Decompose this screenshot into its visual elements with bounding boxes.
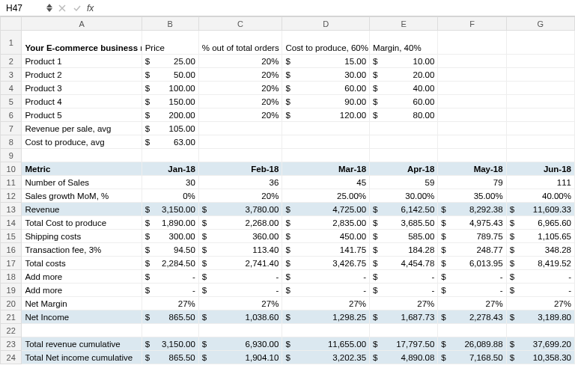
cell-G16[interactable]: $348.28 (506, 243, 574, 257)
cell-A16[interactable]: Transaction fee, 3% (22, 243, 142, 257)
cell-C15[interactable]: $360.00 (198, 230, 282, 243)
cell-G17[interactable]: $8,419.52 (506, 257, 574, 270)
c[interactable] (198, 324, 282, 337)
cell-E5[interactable]: $60.00 (370, 95, 438, 108)
cell-D12[interactable]: 25.00% (282, 189, 370, 203)
cell-E18[interactable]: $- (370, 270, 438, 284)
row-header-24[interactable]: 24 (1, 351, 22, 364)
cell-F24[interactable]: $7,168.50 (438, 351, 506, 364)
cell-C13[interactable]: $3,780.00 (198, 203, 282, 216)
c[interactable] (438, 149, 506, 162)
row-header-3[interactable]: 3 (1, 68, 22, 82)
cell-B3[interactable]: $50.00 (142, 68, 198, 82)
cell-A20[interactable]: Net Margin (22, 297, 142, 310)
cell-D14[interactable]: $2,835.00 (282, 216, 370, 230)
cell-D11[interactable]: 45 (282, 176, 370, 189)
c[interactable] (198, 149, 282, 162)
cell-F4[interactable] (438, 82, 506, 95)
cell-D24[interactable]: $3,202.35 (282, 351, 370, 364)
cell-F6[interactable] (438, 108, 506, 122)
cell-F23[interactable]: $26,089.88 (438, 337, 506, 351)
cell-A8[interactable]: Cost to produce, avg (22, 135, 142, 149)
cell-D21[interactable]: $1,298.25 (282, 310, 370, 324)
cell-D6[interactable]: $120.00 (282, 108, 370, 122)
cell-B24[interactable]: $865.50 (142, 351, 198, 364)
c[interactable] (506, 122, 574, 135)
c[interactable] (22, 149, 142, 162)
cell-G14[interactable]: $6,965.60 (506, 216, 574, 230)
select-all-corner[interactable] (1, 17, 22, 31)
cell-A18[interactable]: Add more (22, 270, 142, 284)
chevron-down-icon[interactable] (46, 8, 52, 12)
cell-E2[interactable]: $10.00 (370, 55, 438, 68)
cell-E6[interactable]: $80.00 (370, 108, 438, 122)
cell-E10[interactable]: Apr-18 (370, 162, 438, 176)
row-header-12[interactable]: 12 (1, 189, 22, 203)
cell-F2[interactable] (438, 55, 506, 68)
cell-F12[interactable]: 35.00% (438, 189, 506, 203)
cell-B8[interactable]: $63.00 (142, 135, 198, 149)
cell-B7[interactable]: $105.00 (142, 122, 198, 135)
c[interactable] (282, 149, 370, 162)
cell-C14[interactable]: $2,268.00 (198, 216, 282, 230)
cell-B4[interactable]: $100.00 (142, 82, 198, 95)
cell-A15[interactable]: Shipping costs (22, 230, 142, 243)
cell-C23[interactable]: $6,930.00 (198, 337, 282, 351)
cell-D3[interactable]: $30.00 (282, 68, 370, 82)
chevron-up-icon[interactable] (46, 4, 52, 7)
c[interactable] (142, 324, 198, 337)
row-header-1[interactable]: 1 (1, 31, 22, 55)
cell-C4[interactable]: 20% (198, 82, 282, 95)
cell-B12[interactable]: 0% (142, 189, 198, 203)
cell-C1[interactable]: % out of total orders (198, 31, 282, 55)
cell-G5[interactable] (506, 95, 574, 108)
row-header-19[interactable]: 19 (1, 284, 22, 297)
cell-A7[interactable]: Revenue per sale, avg (22, 122, 142, 135)
cell-G10[interactable]: Jun-18 (506, 162, 574, 176)
c[interactable] (370, 149, 438, 162)
c[interactable] (506, 135, 574, 149)
cell-C10[interactable]: Feb-18 (198, 162, 282, 176)
cell-F20[interactable]: 27% (438, 297, 506, 310)
cell-C3[interactable]: 20% (198, 68, 282, 82)
cell-A12[interactable]: Sales growth MoM, % (22, 189, 142, 203)
cell-D23[interactable]: $11,655.00 (282, 337, 370, 351)
cell-A13[interactable]: Revenue (22, 203, 142, 216)
cell-G12[interactable]: 40.00% (506, 189, 574, 203)
cell-B19[interactable]: $- (142, 284, 198, 297)
cell-D16[interactable]: $141.75 (282, 243, 370, 257)
cell-G24[interactable]: $10,358.30 (506, 351, 574, 364)
row-header-14[interactable]: 14 (1, 216, 22, 230)
cell-E13[interactable]: $6,142.50 (370, 203, 438, 216)
cell-E24[interactable]: $4,890.08 (370, 351, 438, 364)
cell-D1[interactable]: Cost to produce, 60% (282, 31, 370, 55)
cell-C5[interactable]: 20% (198, 95, 282, 108)
c[interactable] (506, 324, 574, 337)
c[interactable] (198, 135, 282, 149)
c[interactable] (438, 324, 506, 337)
row-header-22[interactable]: 22 (1, 324, 22, 337)
row-header-23[interactable]: 23 (1, 337, 22, 351)
cell-B14[interactable]: $1,890.00 (142, 216, 198, 230)
cell-F17[interactable]: $6,013.95 (438, 257, 506, 270)
cell-G11[interactable]: 111 (506, 176, 574, 189)
row-header-17[interactable]: 17 (1, 257, 22, 270)
cell-E19[interactable]: $- (370, 284, 438, 297)
cell-G23[interactable]: $37,699.20 (506, 337, 574, 351)
cell-C2[interactable]: 20% (198, 55, 282, 68)
cell-B10[interactable]: Jan-18 (142, 162, 198, 176)
cell-B16[interactable]: $94.50 (142, 243, 198, 257)
cell-A17[interactable]: Total costs (22, 257, 142, 270)
row-header-20[interactable]: 20 (1, 297, 22, 310)
cell-E14[interactable]: $3,685.50 (370, 216, 438, 230)
cell-reference-box[interactable]: H47 (3, 3, 40, 13)
cell-A2[interactable]: Product 1 (22, 55, 142, 68)
cell-E15[interactable]: $585.00 (370, 230, 438, 243)
cell-C19[interactable]: $- (198, 284, 282, 297)
cancel-formula-icon[interactable] (57, 3, 67, 13)
col-header-A[interactable]: A (22, 17, 142, 31)
cell-D17[interactable]: $3,426.75 (282, 257, 370, 270)
row-header-8[interactable]: 8 (1, 135, 22, 149)
cell-F5[interactable] (438, 95, 506, 108)
cell-G21[interactable]: $3,189.80 (506, 310, 574, 324)
